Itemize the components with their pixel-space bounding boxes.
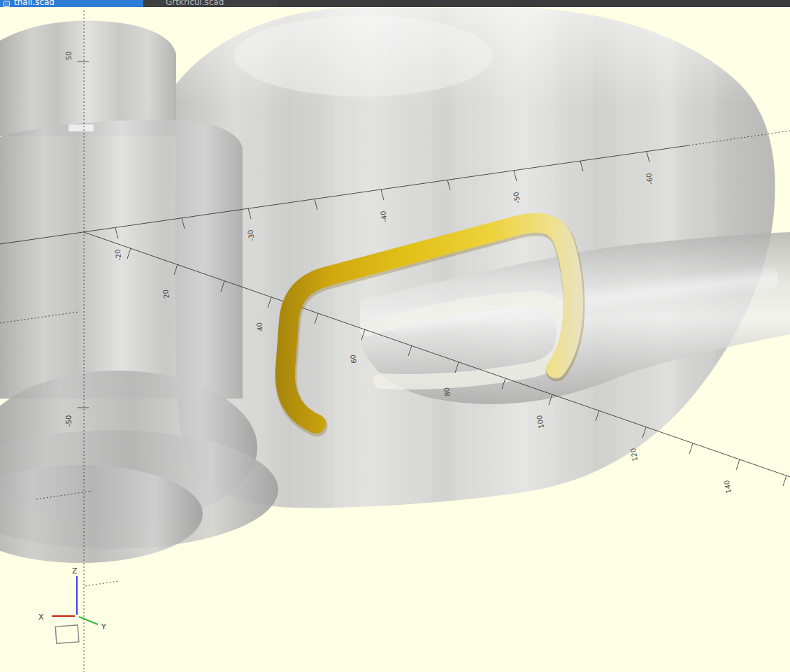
- 3d-scene: -20-30-40-50-602040608010012014050-50 Z …: [0, 7, 790, 672]
- axis-tick-label: 20: [161, 289, 171, 299]
- model-top-cylinder: [0, 20, 176, 136]
- axis-tick-label: 40: [255, 322, 264, 331]
- tab-label: thali.scad: [14, 0, 55, 7]
- tab-label: Grtkricul.scad: [166, 0, 224, 7]
- gizmo-z-label: Z: [72, 566, 78, 576]
- axis-tick-label: -50: [65, 415, 73, 427]
- tab-thali-scad[interactable]: thali.scad: [0, 0, 143, 7]
- editor-tabbar: thali.scad Grtkricul.scad: [0, 0, 790, 7]
- axis-tick-label: 60: [349, 354, 358, 364]
- axis-tick-label: 80: [443, 387, 452, 396]
- model-specular: [69, 124, 94, 131]
- file-icon: [3, 1, 10, 7]
- gizmo-y-label: Y: [101, 622, 106, 631]
- 3d-viewport[interactable]: -20-30-40-50-602040608010012014050-50 Z …: [0, 7, 790, 672]
- openscad-window: thali.scad Grtkricul.scad: [0, 0, 790, 672]
- tab-grtkricul-scad[interactable]: Grtkricul.scad: [145, 0, 278, 7]
- axis-tick-label: 50: [65, 51, 73, 60]
- gizmo-x-label: X: [38, 613, 44, 622]
